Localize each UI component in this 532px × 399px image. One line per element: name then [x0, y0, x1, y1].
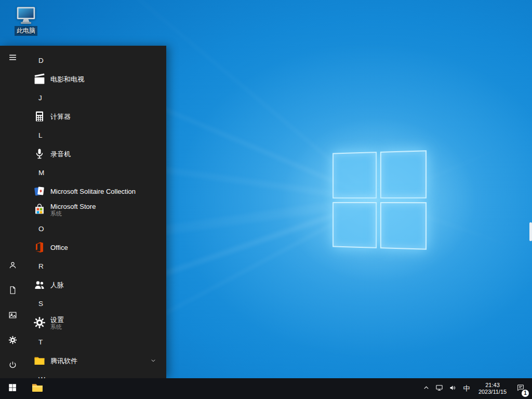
notification-badge: 1 — [522, 390, 529, 397]
logo-pane-top-left — [332, 152, 376, 198]
app-item[interactable]: 录音机 — [25, 145, 166, 163]
action-center-button[interactable]: 1 — [511, 378, 530, 399]
desktop-icon-this-pc[interactable]: 此电脑 — [6, 4, 46, 36]
pictures-icon — [8, 311, 17, 322]
windows-logo — [332, 150, 427, 250]
user-icon — [8, 261, 17, 272]
start-menu-rail — [0, 46, 25, 378]
desktop: 此电脑 D电影和电视J计算器L录音机MMicrosoft Solitaire C… — [0, 0, 532, 399]
app-label: 录音机 — [50, 150, 71, 158]
chevron-down-icon[interactable] — [150, 357, 157, 364]
hamburger-icon — [8, 53, 17, 64]
rail-bottom-group — [0, 254, 25, 378]
app-label: 计算器 — [50, 113, 71, 121]
app-item[interactable]: 电影和电视 — [25, 70, 166, 88]
app-group-letter-S[interactable]: S — [25, 294, 166, 313]
start-app-list: D电影和电视J计算器L录音机MMicrosoft Solitaire Colle… — [25, 46, 166, 378]
app-label: 电影和电视 — [50, 75, 84, 83]
gear-icon — [33, 316, 46, 329]
app-group-letter-T[interactable]: T — [25, 332, 166, 352]
rail-menu-button[interactable] — [0, 46, 25, 71]
app-label: Microsoft Store系统 — [50, 203, 96, 217]
app-group-letter-L[interactable]: L — [25, 125, 166, 145]
app-item[interactable]: 计算器 — [25, 108, 166, 125]
logo-pane-bottom-left — [332, 202, 376, 248]
app-group-letter-R[interactable]: R — [25, 256, 166, 276]
app-item[interactable]: 设置系统 — [25, 313, 166, 332]
windows-start-icon — [8, 383, 17, 394]
app-item[interactable]: 腾讯软件 — [25, 352, 166, 369]
desktop-icon-label: 此电脑 — [15, 26, 37, 36]
app-label: 人脉 — [50, 281, 64, 289]
logo-pane-bottom-right — [380, 202, 427, 250]
app-group-letter-D[interactable]: D — [25, 50, 166, 70]
store-icon — [33, 203, 46, 216]
app-label: Office — [50, 244, 68, 251]
gear-icon — [8, 336, 17, 347]
rail-settings-button[interactable] — [0, 328, 25, 353]
app-group-letter-J[interactable]: J — [25, 88, 166, 108]
people-icon — [33, 278, 46, 291]
app-item[interactable]: 人脉 — [25, 276, 166, 294]
app-group-letter-W[interactable]: W — [25, 369, 166, 378]
this-pc-icon — [15, 4, 37, 25]
app-item[interactable]: Microsoft Solitaire Collection — [25, 182, 166, 200]
app-item[interactable]: Microsoft Store系统 — [25, 200, 166, 219]
app-label: 设置系统 — [50, 316, 64, 330]
logo-pane-top-right — [380, 150, 427, 198]
system-tray: 中 21:43 2023/11/15 1 — [420, 378, 532, 399]
rail-pictures-button[interactable] — [0, 303, 25, 328]
movies-tv-icon — [33, 73, 46, 85]
clock-date: 2023/11/15 — [478, 389, 507, 395]
app-label: 腾讯软件 — [50, 357, 77, 365]
rail-documents-button[interactable] — [0, 278, 25, 303]
app-group-letter-M[interactable]: M — [25, 163, 166, 182]
document-icon — [8, 286, 17, 297]
file-explorer-icon — [31, 381, 44, 396]
power-icon — [8, 361, 17, 371]
clock-time: 21:43 — [485, 382, 500, 389]
chevron-up-icon — [422, 384, 430, 394]
hidden-icons-button[interactable] — [420, 378, 432, 399]
microphone-icon — [33, 148, 46, 160]
network-button[interactable] — [432, 378, 446, 399]
rail-power-button[interactable] — [0, 353, 25, 378]
network-icon — [435, 384, 443, 394]
volume-button[interactable] — [446, 378, 459, 399]
speaker-icon — [449, 384, 457, 394]
app-group-letter-O[interactable]: O — [25, 219, 166, 238]
start-button[interactable] — [0, 378, 25, 399]
ime-indicator[interactable]: 中 — [459, 378, 474, 399]
start-menu: D电影和电视J计算器L录音机MMicrosoft Solitaire Colle… — [0, 46, 166, 378]
rail-top-group — [0, 46, 25, 71]
rail-user-button[interactable] — [0, 254, 25, 278]
app-label: Microsoft Solitaire Collection — [50, 188, 136, 195]
office-icon — [33, 241, 46, 254]
solitaire-icon — [33, 185, 46, 197]
scrollbar-thumb[interactable] — [529, 222, 532, 241]
app-item[interactable]: Office — [25, 238, 166, 256]
file-explorer-button[interactable] — [25, 378, 50, 399]
taskbar-clock[interactable]: 21:43 2023/11/15 — [474, 378, 511, 399]
taskbar: 中 21:43 2023/11/15 1 — [0, 378, 532, 399]
folder-icon — [33, 354, 46, 367]
calculator-icon — [33, 110, 46, 123]
